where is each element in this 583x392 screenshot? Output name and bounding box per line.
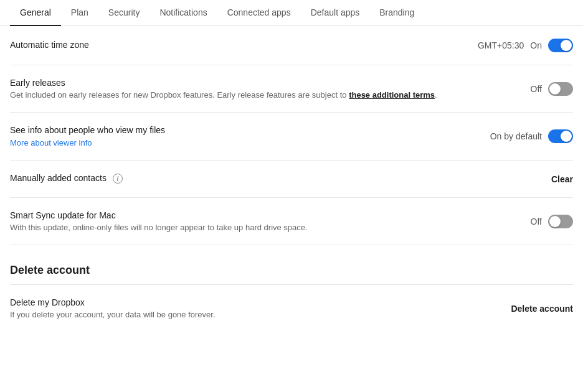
smart-sync-toggle-thumb bbox=[549, 216, 561, 227]
delete-my-dropbox-right: Delete account bbox=[511, 304, 573, 314]
early-releases-desc: Get included on early releases for new D… bbox=[10, 90, 531, 100]
tab-security[interactable]: Security bbox=[98, 0, 150, 26]
automatic-timezone-right: GMT+05:30 On bbox=[478, 39, 573, 52]
early-releases-left: Early releases Get included on early rel… bbox=[10, 78, 531, 100]
smart-sync-right: Off bbox=[531, 215, 573, 228]
automatic-timezone-state-label: On bbox=[530, 40, 542, 50]
automatic-timezone-toggle-thumb bbox=[561, 40, 572, 51]
smart-sync-state-label: Off bbox=[531, 217, 542, 226]
delete-my-dropbox-row: Delete my Dropbox If you delete your acc… bbox=[10, 285, 573, 332]
manually-added-contacts-title: Manually added contacts i bbox=[10, 173, 551, 184]
viewer-info-title: See info about people who view my files bbox=[10, 125, 490, 135]
early-releases-title: Early releases bbox=[10, 78, 531, 88]
automatic-timezone-toggle-track bbox=[548, 39, 573, 52]
smart-sync-toggle[interactable] bbox=[548, 215, 573, 228]
viewer-info-state-label: On by default bbox=[490, 131, 542, 141]
smart-sync-left: Smart Sync update for Mac With this upda… bbox=[10, 210, 531, 232]
manually-added-contacts-clear-button[interactable]: Clear bbox=[551, 174, 573, 184]
smart-sync-desc: With this update, online-only files will… bbox=[10, 223, 531, 232]
tab-general[interactable]: General bbox=[10, 0, 61, 26]
tab-notifications[interactable]: Notifications bbox=[149, 0, 217, 26]
delete-account-button[interactable]: Delete account bbox=[511, 304, 573, 314]
delete-my-dropbox-left: Delete my Dropbox If you delete your acc… bbox=[10, 297, 511, 319]
delete-account-section: Delete account Delete my Dropbox If you … bbox=[10, 264, 573, 332]
tab-branding[interactable]: Branding bbox=[369, 0, 424, 26]
early-releases-toggle-thumb bbox=[549, 83, 561, 95]
viewer-info-toggle-track bbox=[548, 129, 573, 143]
manually-added-contacts-left: Manually added contacts i bbox=[10, 173, 551, 185]
manually-added-contacts-right: Clear bbox=[551, 174, 573, 184]
early-releases-desc-suffix: . bbox=[435, 90, 437, 100]
viewer-info-toggle-thumb bbox=[561, 131, 572, 142]
timezone-value: GMT+05:30 bbox=[478, 40, 524, 50]
early-releases-state-label: Off bbox=[531, 84, 542, 94]
automatic-timezone-left: Automatic time zone bbox=[10, 40, 478, 51]
tab-connected-apps[interactable]: Connected apps bbox=[217, 0, 301, 26]
tab-default-apps[interactable]: Default apps bbox=[301, 0, 370, 26]
tab-bar: General Plan Security Notifications Conn… bbox=[0, 0, 583, 26]
early-releases-toggle[interactable] bbox=[548, 82, 573, 96]
viewer-info-toggle[interactable] bbox=[548, 129, 573, 143]
viewer-info-right: On by default bbox=[490, 129, 573, 143]
early-releases-terms-link[interactable]: these additional terms bbox=[349, 90, 435, 100]
early-releases-desc-text: Get included on early releases for new D… bbox=[10, 90, 349, 100]
delete-my-dropbox-desc: If you delete your account, your data wi… bbox=[10, 310, 511, 319]
viewer-info-row: See info about people who view my files … bbox=[10, 113, 573, 161]
viewer-info-more-link[interactable]: More about viewer info bbox=[10, 138, 92, 147]
viewer-info-left: See info about people who view my files … bbox=[10, 125, 490, 147]
manually-added-contacts-row: Manually added contacts i Clear bbox=[10, 161, 573, 198]
delete-my-dropbox-title: Delete my Dropbox bbox=[10, 297, 511, 307]
manually-added-contacts-title-text: Manually added contacts bbox=[10, 173, 107, 183]
tab-plan[interactable]: Plan bbox=[61, 0, 98, 26]
automatic-timezone-title: Automatic time zone bbox=[10, 40, 478, 50]
early-releases-toggle-track bbox=[548, 82, 573, 96]
automatic-timezone-toggle[interactable] bbox=[548, 39, 573, 52]
early-releases-row: Early releases Get included on early rel… bbox=[10, 65, 573, 113]
smart-sync-row: Smart Sync update for Mac With this upda… bbox=[10, 198, 573, 245]
early-releases-right: Off bbox=[531, 82, 573, 96]
delete-section-title: Delete account bbox=[10, 264, 573, 285]
smart-sync-toggle-track bbox=[548, 215, 573, 228]
automatic-timezone-row: Automatic time zone GMT+05:30 On bbox=[10, 26, 573, 65]
smart-sync-title: Smart Sync update for Mac bbox=[10, 210, 531, 220]
manually-added-contacts-info-icon[interactable]: i bbox=[113, 174, 123, 184]
settings-content: Automatic time zone GMT+05:30 On Early r… bbox=[0, 26, 583, 332]
